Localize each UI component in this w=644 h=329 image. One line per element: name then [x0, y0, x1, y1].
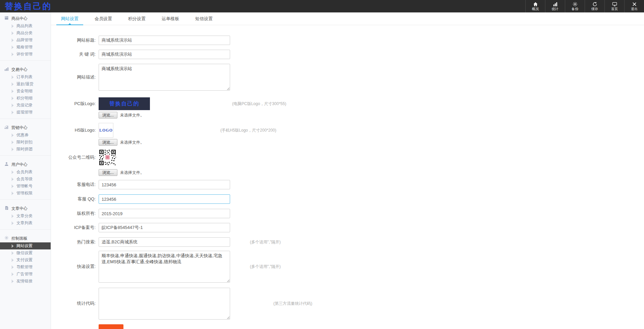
sidebar-item-ad-manage[interactable]: 广告管理	[0, 271, 51, 278]
tab-waybill-template[interactable]: 运单模板	[160, 12, 181, 25]
header-action-homepage[interactable]: 首页	[604, 0, 624, 12]
tree-branch-icon	[11, 280, 14, 283]
h5-logo-no-file-text: 未选择文件。	[120, 140, 144, 145]
sidebar-item-goods-list[interactable]: 商品列表	[0, 22, 51, 30]
sidebar-item-brand-manage[interactable]: 品牌管理	[0, 37, 51, 44]
description-textarea[interactable]: 商城系统演示站	[99, 64, 230, 91]
pc-logo-browse-button[interactable]: 浏览...	[99, 112, 117, 119]
tab-sms-settings[interactable]: 短信设置	[193, 12, 215, 25]
sidebar-item-recharge-records[interactable]: 充值记录	[0, 102, 51, 109]
header-actions: 概况 统计 备份 缓存 首页 退出	[525, 0, 644, 12]
service-qq-input[interactable]	[99, 194, 230, 204]
active-tab-underline	[56, 25, 83, 25]
sidebar-item-member-level[interactable]: 会员等级	[0, 176, 51, 183]
goods-icon	[4, 16, 9, 21]
qrcode-image	[99, 149, 116, 166]
h5-logo-file-row: 浏览... 未选择文件。	[99, 139, 144, 146]
site-title-label: 网站标题:	[51, 36, 96, 45]
sidebar-item-withdraw-manage[interactable]: 提现管理	[0, 109, 51, 116]
sidebar-section-article-center: 文章中心	[0, 202, 51, 213]
pc-logo-no-file-text: 未选择文件。	[120, 112, 144, 118]
sidebar-item-group-buy[interactable]: 限时拼团	[0, 146, 51, 153]
sidebar-item-article-category[interactable]: 文章分类	[0, 213, 51, 220]
copyright-label: 版权所有:	[51, 209, 96, 218]
sidebar-item-goods-category[interactable]: 商品分类	[0, 30, 51, 37]
h5-logo-hint: (手机H5版Logo，尺寸200*200)	[220, 123, 276, 138]
keywords-input[interactable]	[99, 50, 230, 59]
site-title-input[interactable]	[99, 36, 230, 45]
tree-branch-icon	[11, 90, 14, 93]
admin-page: 替换自己的 概况 统计 备份 缓存 首页	[0, 0, 644, 329]
header-action-logout[interactable]: 退出	[624, 0, 644, 12]
tree-branch-icon	[11, 148, 14, 151]
sidebar-item-points-detail[interactable]: 积分明细	[0, 95, 51, 102]
hot-search-input[interactable]	[99, 237, 230, 247]
tab-points-settings[interactable]: 积分设置	[126, 12, 148, 25]
copyright-input[interactable]	[99, 209, 230, 218]
tree-branch-icon	[11, 141, 14, 144]
sidebar-item-admin-permission[interactable]: 管理权限	[0, 190, 51, 197]
qrcode-browse-button[interactable]: 浏览...	[99, 169, 117, 176]
submit-button[interactable]	[99, 324, 123, 329]
tab-member-settings[interactable]: 会员设置	[93, 12, 114, 25]
tree-branch-icon	[11, 76, 14, 79]
tree-branch-icon	[11, 97, 14, 100]
sidebar-item-payment-settings[interactable]: 支付设置	[0, 256, 51, 264]
tree-branch-icon	[11, 178, 14, 181]
description-label: 网站描述:	[51, 73, 96, 82]
h5-logo-browse-button[interactable]: 浏览...	[99, 139, 117, 146]
top-header: 替换自己的 概况 统计 备份 缓存 首页	[0, 0, 644, 12]
sidebar-item-funds-detail[interactable]: 资金明细	[0, 88, 51, 95]
sidebar-item-article-list[interactable]: 文章列表	[0, 220, 51, 227]
tree-branch-icon	[11, 222, 14, 225]
icp-input[interactable]	[99, 223, 230, 232]
header-action-stats[interactable]: 统计	[545, 0, 565, 12]
sidebar-item-nav-manage[interactable]: 导航管理	[0, 264, 51, 271]
sidebar-divider	[0, 119, 51, 119]
sidebar-item-wechat-settings[interactable]: 微信设置	[0, 249, 51, 256]
article-icon	[4, 206, 9, 211]
header-action-cache[interactable]: 缓存	[585, 0, 604, 12]
tree-branch-icon	[11, 215, 14, 218]
sidebar-item-site-settings[interactable]: 网站设置	[0, 242, 51, 249]
monitor-icon	[612, 2, 617, 7]
qrcode-label: 公众号二维码:	[51, 153, 96, 162]
tree-branch-icon	[11, 251, 14, 255]
tree-branch-icon	[11, 83, 14, 86]
sidebar-item-member-list[interactable]: 会员列表	[0, 169, 51, 176]
tree-branch-icon	[11, 244, 14, 248]
sidebar-item-review-manage[interactable]: 评价管理	[0, 51, 51, 58]
sidebar: 商品中心 商品列表 商品分类 品牌管理 规格管理 评价管理 交易中心 订单列表 …	[0, 12, 51, 329]
sidebar-item-spec-manage[interactable]: 规格管理	[0, 44, 51, 51]
tree-branch-icon	[11, 192, 14, 195]
hot-search-hint: (多个请用","隔开)	[250, 237, 281, 247]
header-action-label: 首页	[611, 7, 618, 11]
tree-branch-icon	[11, 32, 14, 35]
tree-branch-icon	[11, 53, 14, 56]
sidebar-item-order-list[interactable]: 订单列表	[0, 74, 51, 81]
header-action-label: 概况	[532, 7, 539, 11]
close-icon	[632, 2, 637, 7]
sidebar-item-coupons[interactable]: 优惠券	[0, 132, 51, 139]
header-action-label: 备份	[572, 7, 578, 11]
sidebar-item-refund-return[interactable]: 退款/退货	[0, 81, 51, 88]
user-icon	[4, 162, 9, 167]
sidebar-section-trade-center: 交易中心	[0, 63, 51, 74]
h5-logo-label: H5版Logo:	[51, 126, 96, 135]
sidebar-item-admin-account[interactable]: 管理帐号	[0, 183, 51, 190]
sidebar-item-flash-discount[interactable]: 限时折扣	[0, 139, 51, 146]
service-phone-input[interactable]	[99, 180, 230, 189]
header-action-overview[interactable]: 概况	[525, 0, 545, 12]
h5-logo-preview: LOGO	[99, 123, 113, 138]
refresh-icon	[592, 2, 597, 7]
service-phone-label: 客服电话:	[51, 180, 96, 189]
stats-code-hint: (第三方流量统计代码)	[273, 288, 312, 320]
express-textarea[interactable]: 顺丰快递,申通快递,圆通快递,韵达快递,中通快递,天天快递,宅急送,EMS快递,…	[99, 251, 230, 283]
stats-code-textarea[interactable]	[99, 288, 230, 320]
pc-logo-preview: 替换自己的	[99, 97, 150, 110]
header-action-backup[interactable]: 备份	[565, 0, 585, 12]
tree-branch-icon	[11, 185, 14, 188]
sidebar-item-friend-links[interactable]: 友情链接	[0, 278, 51, 285]
hot-search-label: 热门搜索:	[51, 237, 96, 247]
tab-site-settings[interactable]: 网站设置	[59, 12, 80, 25]
